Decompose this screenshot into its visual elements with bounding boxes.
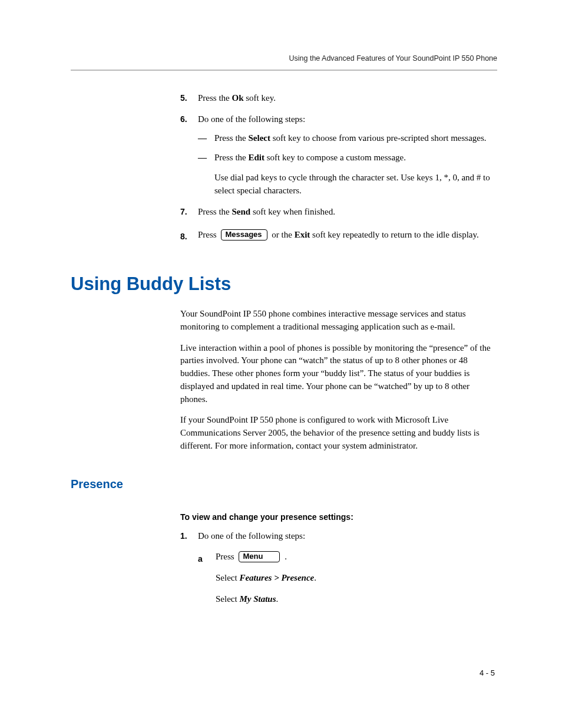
body-paragraph: If your SoundPoint IP 550 phone is confi… [180,414,497,452]
option-text: Press the Edit soft key to compose a cus… [214,151,497,164]
step-number: 5. [180,92,187,104]
step-text: Do one of the following steps: [198,531,305,541]
task-heading: To view and change your presence setting… [180,512,497,522]
step-1: 1. Do one of the following steps: a Pres… [180,530,497,606]
alpha-label: a [198,553,203,565]
sub-step-line: Select My Status. [216,593,497,606]
step-number: 7. [180,206,187,218]
messages-key-icon: Messages [221,229,267,241]
step-text: Do one of the following steps: [198,114,305,124]
step-5: 5. Press the Ok soft key. [180,92,497,105]
dash-icon: — [198,151,207,164]
step-number: 1. [180,530,187,542]
menu-key-icon: Menu [239,551,280,562]
subsection-heading: Presence [71,477,497,491]
step-number: 6. [180,113,187,125]
sub-step-line: Press Menu . [216,551,497,564]
step-text: Press the Ok soft key. [198,93,276,103]
step-text: Press the Send soft key when finished. [198,207,335,216]
sub-step-line: Select Features > Presence. [216,572,497,585]
continued-steps: 5. Press the Ok soft key. 6. Do one of t… [180,92,497,242]
presence-steps: 1. Do one of the following steps: a Pres… [180,530,497,606]
body-paragraph: Your SoundPoint IP 550 phone combines in… [180,308,497,334]
header-rule [71,70,497,71]
step-number: 8. [180,230,187,242]
sub-options: — Press the Select soft key to choose fr… [198,132,497,197]
section-heading: Using Buddy Lists [71,274,497,295]
sub-steps: a Press Menu . Select Features > Presenc… [198,551,497,605]
body-paragraph: Live interaction within a pool of phones… [180,342,497,406]
running-header: Using the Advanced Features of Your Soun… [71,54,497,62]
option-text: Press the Select soft key to choose from… [214,132,497,145]
sub-option: — Press the Select soft key to choose fr… [198,132,497,145]
step-7: 7. Press the Send soft key when finished… [180,206,497,219]
step-text: Press Messages or the Exit soft key repe… [198,230,479,239]
sub-step-a: a Press Menu . Select Features > Presenc… [198,551,497,605]
step-6: 6. Do one of the following steps: — Pres… [180,113,497,197]
dash-icon: — [198,132,207,145]
option-extra: Use dial pad keys to cycle through the c… [214,172,497,197]
page-number: 4 - 5 [480,668,495,677]
step-8: 8. Press Messages or the Exit soft key r… [180,229,497,242]
sub-option: — Press the Edit soft key to compose a c… [198,151,497,197]
